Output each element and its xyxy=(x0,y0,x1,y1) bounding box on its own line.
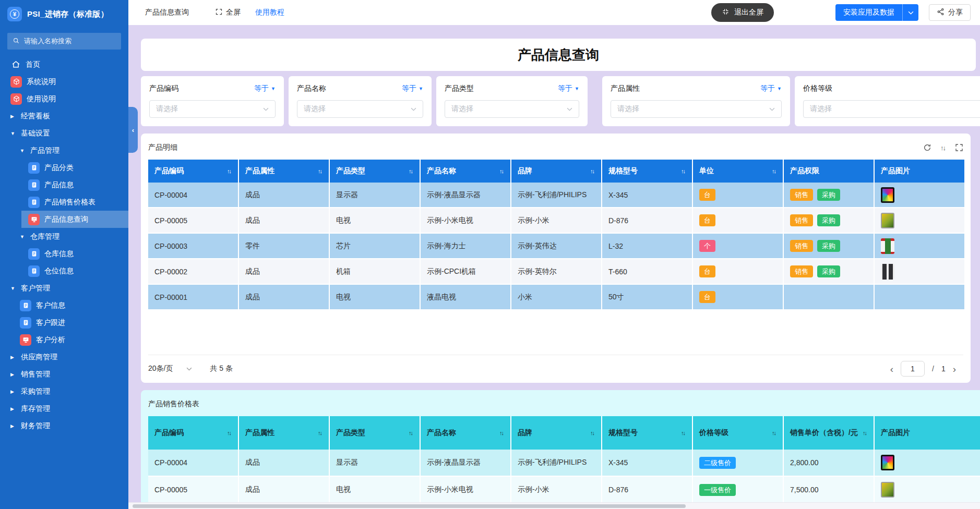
sort-icon[interactable]: ↑↓ xyxy=(499,168,504,174)
tutorial-link[interactable]: 使用教程 xyxy=(255,8,284,17)
sort-icon[interactable]: ↑↓ xyxy=(681,168,686,174)
sidebar-item-16[interactable]: 客户分析 xyxy=(0,331,128,348)
column-header[interactable]: 产品名称↑↓ xyxy=(421,160,511,183)
share-button[interactable]: 分享 xyxy=(929,4,971,21)
filter-select[interactable]: 请选择 xyxy=(611,100,782,118)
product-image[interactable] xyxy=(881,238,894,254)
card-head: 产品销售价格表 xyxy=(148,396,980,412)
column-label: 产品权限 xyxy=(790,166,819,176)
column-header[interactable]: 品牌↑↓ xyxy=(511,160,602,183)
filter-operator-dropdown[interactable]: 等于▼ xyxy=(558,84,579,93)
sort-icon[interactable]: ↑↓ xyxy=(318,168,322,174)
sidebar-item-15[interactable]: 客户跟进 xyxy=(0,314,128,331)
column-header[interactable]: 单位↑↓ xyxy=(693,160,784,183)
sidebar-item-2[interactable]: 使用说明 xyxy=(0,90,128,107)
sidebar-search-input[interactable]: 请输入名称搜索 xyxy=(7,33,121,50)
column-header[interactable]: 产品类型↑↓ xyxy=(330,160,421,183)
sort-icon[interactable]: ↑↓ xyxy=(409,168,413,174)
filter-operator-dropdown[interactable]: 等于▼ xyxy=(402,84,423,93)
sort-icon[interactable]: ↑↓ xyxy=(409,430,413,436)
sidebar-item-21[interactable]: ▶财务管理 xyxy=(0,417,128,434)
fullscreen-button[interactable]: 全屏 xyxy=(215,8,241,17)
refresh-icon[interactable] xyxy=(923,143,931,152)
cell-code: CP-00004 xyxy=(148,450,239,477)
sort-icon[interactable]: ↑↓ xyxy=(590,430,595,436)
sidebar-item-label: 仓库管理 xyxy=(30,232,59,241)
product-image[interactable] xyxy=(881,264,894,280)
sort-icon[interactable]: ↑↓ xyxy=(590,168,595,174)
product-image[interactable] xyxy=(881,187,894,203)
column-header[interactable]: 品牌↑↓ xyxy=(511,416,602,450)
filter-operator-dropdown[interactable]: 等于▼ xyxy=(254,84,276,93)
expand-icon[interactable] xyxy=(955,143,963,152)
sidebar-item-7[interactable]: 产品信息 xyxy=(0,176,128,193)
sort-icon[interactable]: ↑↓ xyxy=(863,430,867,436)
sidebar-item-17[interactable]: ▶供应商管理 xyxy=(0,348,128,366)
column-header[interactable]: 产品属性↑↓ xyxy=(239,416,330,450)
sidebar-item-12[interactable]: 仓位信息 xyxy=(0,262,128,280)
prev-page-button[interactable]: ‹ xyxy=(890,364,893,374)
sidebar-item-8[interactable]: 产品销售价格表 xyxy=(0,193,128,211)
filter-operator-value: 等于 xyxy=(558,84,572,93)
sort-icon[interactable]: ↑↓ xyxy=(499,430,504,436)
horizontal-scrollbar[interactable] xyxy=(128,502,980,509)
column-header[interactable]: 产品编码↑↓ xyxy=(148,160,239,183)
column-header[interactable]: 价格等级↑↓ xyxy=(693,416,784,450)
page-number-input[interactable] xyxy=(901,361,925,377)
product-image[interactable] xyxy=(881,213,894,228)
column-header[interactable]: 规格型号↑↓ xyxy=(602,160,693,183)
tag: 销售 xyxy=(790,214,813,226)
install-app-button[interactable]: 安装应用及数据 xyxy=(835,4,902,21)
sort-icon[interactable]: ↑↓ xyxy=(318,430,322,436)
filter-select[interactable]: 请选择 xyxy=(445,100,579,118)
sidebar-item-10[interactable]: ▼仓库管理 xyxy=(0,228,128,245)
column-header[interactable]: 产品类型↑↓ xyxy=(330,416,421,450)
exit-fullscreen-button[interactable]: 退出全屏 xyxy=(711,3,774,22)
cell-brand: 示例-小米 xyxy=(511,477,602,504)
sidebar-item-6[interactable]: 产品分类 xyxy=(0,159,128,176)
filter-select[interactable]: 请选择 xyxy=(149,100,276,118)
sidebar-item-5[interactable]: ▼产品管理 xyxy=(0,142,128,159)
column-label: 产品编码 xyxy=(154,166,184,176)
page-size-select[interactable]: 20条/页 xyxy=(148,364,192,373)
sidebar-item-13[interactable]: ▼客户管理 xyxy=(0,280,128,297)
sidebar-item-20[interactable]: ▶库存管理 xyxy=(0,400,128,417)
cell-level: 一级售价 xyxy=(693,477,784,504)
sidebar-item-3[interactable]: ▶经营看板 xyxy=(0,107,128,125)
filter-select[interactable]: 请选择 xyxy=(803,100,980,118)
sidebar-item-label: 仓位信息 xyxy=(44,266,74,276)
sort-icon[interactable]: ↑↓ xyxy=(227,168,232,174)
column-header[interactable]: 规格型号↑↓ xyxy=(602,416,693,450)
sidebar-item-14[interactable]: 客户信息 xyxy=(0,297,128,314)
sidebar-item-1[interactable]: 系统说明 xyxy=(0,73,128,90)
product-image[interactable] xyxy=(881,455,894,470)
column-header[interactable]: 销售单价（含税）/元↑↓ xyxy=(784,416,875,450)
tag: 台 xyxy=(699,189,715,201)
card-head: 产品明细 ↑↓ xyxy=(148,140,963,155)
column-header[interactable]: 产品名称↑↓ xyxy=(421,416,511,450)
sidebar-item-9[interactable]: 产品信息查询 xyxy=(21,211,128,228)
filter-select[interactable]: 请选择 xyxy=(297,100,423,118)
scrollbar-thumb[interactable] xyxy=(133,504,686,508)
install-dropdown-button[interactable] xyxy=(902,4,918,21)
cell-type: 电视 xyxy=(330,285,421,310)
sidebar-item-11[interactable]: 仓库信息 xyxy=(0,245,128,262)
product-image[interactable] xyxy=(881,482,894,498)
sort-icon[interactable]: ↑↓ xyxy=(940,144,946,152)
sidebar-collapse-handle[interactable]: ‹ xyxy=(128,107,138,153)
app-logo: ¥ PSI_进销存（标准版） xyxy=(0,0,128,25)
sort-icon[interactable]: ↑↓ xyxy=(681,430,686,436)
sort-icon[interactable]: ↑↓ xyxy=(772,168,776,174)
sidebar-item-4[interactable]: ▼基础设置 xyxy=(0,125,128,142)
column-header[interactable]: 产品属性↑↓ xyxy=(239,160,330,183)
sidebar-item-19[interactable]: ▶采购管理 xyxy=(0,383,128,400)
sidebar-item-18[interactable]: ▶销售管理 xyxy=(0,366,128,383)
chevron-left-icon: ‹ xyxy=(132,126,134,134)
filter-label: 价格等级 xyxy=(803,84,832,93)
sidebar-item-0[interactable]: 首页 xyxy=(0,56,128,73)
filter-operator-dropdown[interactable]: 等于▼ xyxy=(760,84,782,93)
sort-icon[interactable]: ↑↓ xyxy=(227,430,232,436)
sort-icon[interactable]: ↑↓ xyxy=(772,430,776,436)
next-page-button[interactable]: › xyxy=(953,364,956,374)
column-header[interactable]: 产品编码↑↓ xyxy=(148,416,239,450)
